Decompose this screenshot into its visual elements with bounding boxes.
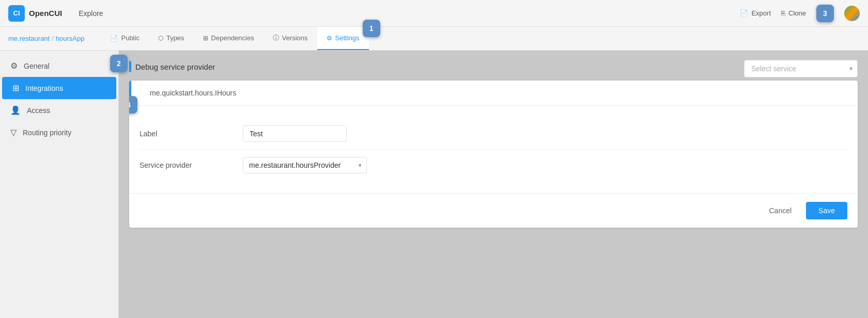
badge-4: 4 [129,96,137,114]
interface-name-row: me.quickstart.hours.IHours [140,81,858,105]
export-button[interactable]: 📄 Export [740,9,771,17]
general-icon: ⚙ [10,61,18,71]
card-footer: Cancel Save [129,193,858,228]
label-form-row: Label [140,118,847,150]
interface-name: me.quickstart.hours.IHours [150,89,236,97]
cancel-button[interactable]: Cancel [761,202,800,219]
sidebar: 2 ⚙ General ⊞ Integrations 👤 Access ▽ Ro… [0,51,119,318]
nav-tabs: 📄 Public ⬡ Types ⊞ Dependencies ⓘ Versio… [101,27,368,50]
service-provider-label: Service provider [140,161,243,169]
sidebar-item-integrations[interactable]: ⊞ Integrations [2,77,116,99]
main-card: 4 me.quickstart.hours.IHours Label Servi… [129,81,858,228]
content-area: Debug service provider ▾ Select service … [119,51,868,318]
main-layout: 2 ⚙ General ⊞ Integrations 👤 Access ▽ Ro… [0,51,868,318]
settings-tab-icon: ⚙ [327,35,332,42]
public-tab-icon: 📄 [110,35,118,42]
export-icon: 📄 [740,9,748,17]
sidebar-item-general[interactable]: ⚙ General [0,55,118,77]
deps-tab-icon: ⊞ [203,35,208,42]
clone-button[interactable]: ⎘ Clone [781,9,806,17]
routing-icon: ▽ [10,128,17,137]
user-avatar[interactable] [844,6,860,21]
breadcrumb-org[interactable]: me.restaurant [8,35,50,42]
breadcrumb-separator: / [52,35,54,42]
badge-2: 2 [110,55,128,72]
service-provider-select-wrapper: ▾ me.restaurant.hoursProvider [243,157,367,173]
tab-versions[interactable]: ⓘ Versions [264,27,317,50]
select-service-dropdown[interactable] [744,60,858,77]
clone-icon: ⎘ [781,9,785,17]
breadcrumb: me.restaurant / hoursApp [8,35,84,42]
save-button[interactable]: Save [806,202,847,219]
label-input[interactable] [243,125,347,142]
select-service-wrapper: ▾ Select service [744,60,858,77]
label-field-label: Label [140,130,243,138]
service-provider-select[interactable] [243,157,367,173]
nav-bar: me.restaurant / hoursApp 📄 Public ⬡ Type… [0,27,868,51]
select-service-container: ▾ Select service [744,60,858,77]
tab-settings[interactable]: ⚙ Settings 1 [317,27,369,50]
access-icon: 👤 [10,105,21,115]
tab-public[interactable]: 📄 Public [101,27,148,50]
top-right-actions: 📄 Export ⎘ Clone 3 [740,5,860,22]
explore-label: Explore [79,9,103,18]
tab-dependencies[interactable]: ⊞ Dependencies [194,27,264,50]
card-body: Label Service provider ▾ me.restaurant.h… [129,106,858,193]
types-tab-icon: ⬡ [158,35,163,42]
app-name: OpenCUI [29,9,62,18]
breadcrumb-app[interactable]: hoursApp [56,35,85,42]
service-provider-form-row: Service provider ▾ me.restaurant.hoursPr… [140,150,847,181]
badge-3: 3 [816,5,834,22]
sidebar-item-access[interactable]: 👤 Access [0,99,118,121]
app-logo: CI [8,5,25,22]
badge-1: 1 [363,20,380,37]
logo-area: CI OpenCUI [8,5,62,22]
sidebar-item-routing[interactable]: ▽ Routing priority [0,121,118,144]
top-bar: CI OpenCUI Explore 📄 Export ⎘ Clone 3 [0,0,868,27]
integrations-icon: ⊞ [12,83,19,93]
section-border [129,61,131,72]
tab-types[interactable]: ⬡ Types [149,27,194,50]
section-title: Debug service provider [135,62,215,71]
versions-tab-icon: ⓘ [273,34,279,42]
